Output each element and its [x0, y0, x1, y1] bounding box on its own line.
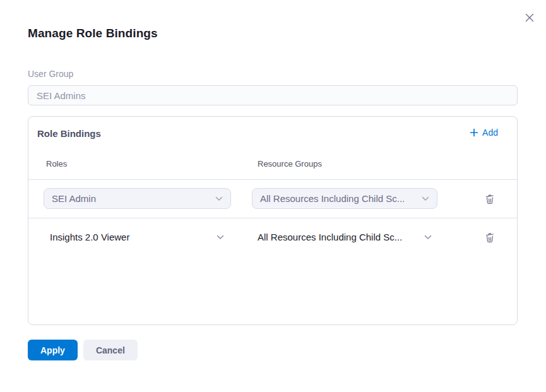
chevron-down-icon [422, 196, 429, 201]
role-bindings-panel: Role Bindings Add Roles Resource Groups … [28, 116, 518, 325]
resource-group-select[interactable]: All Resources Including Child Sc... [258, 218, 432, 256]
add-role-binding-button[interactable]: Add [470, 128, 498, 138]
user-group-input[interactable] [28, 85, 518, 105]
close-icon[interactable] [523, 11, 536, 24]
add-button-label: Add [482, 128, 498, 138]
manage-role-bindings-dialog: Manage Role Bindings User Group Role Bin… [0, 0, 546, 392]
chevron-down-icon [215, 196, 223, 201]
role-select-value: SEI Admin [52, 193, 96, 204]
cancel-button[interactable]: Cancel [83, 340, 138, 360]
chevron-down-icon [217, 235, 224, 240]
delete-row-button[interactable] [479, 188, 501, 209]
user-group-label: User Group [28, 69, 73, 79]
page-title: Manage Role Bindings [28, 27, 158, 40]
delete-row-button[interactable] [479, 227, 501, 247]
role-select-value: Insights 2.0 Viewer [50, 232, 129, 242]
table-row: SEI Admin All Resources Including Child … [28, 179, 517, 218]
plus-icon [470, 128, 478, 137]
resource-group-select-disabled: All Resources Including Child Sc... [252, 188, 437, 209]
table-row: Insights 2.0 Viewer All Resources Includ… [28, 218, 517, 256]
apply-button[interactable]: Apply [28, 340, 78, 360]
chevron-down-icon [424, 235, 432, 240]
dialog-footer: Apply Cancel [28, 340, 138, 360]
role-bindings-title: Role Bindings [37, 128, 101, 139]
column-header-resource-groups: Resource Groups [258, 159, 322, 169]
resource-group-select-value: All Resources Including Child Sc... [258, 232, 402, 242]
role-select-disabled: SEI Admin [44, 188, 231, 209]
trash-icon [485, 232, 495, 243]
column-header-roles: Roles [46, 159, 67, 169]
resource-group-select-value: All Resources Including Child Sc... [260, 193, 405, 204]
trash-icon [485, 193, 495, 205]
role-select[interactable]: Insights 2.0 Viewer [50, 218, 224, 256]
